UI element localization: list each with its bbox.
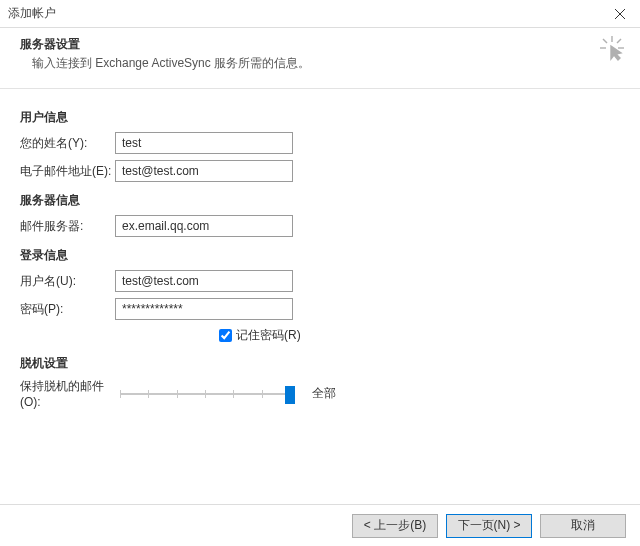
row-server: 邮件服务器: [20, 215, 620, 237]
slider-thumb[interactable] [285, 386, 295, 404]
footer: < 上一步(B) 下一页(N) > 取消 [0, 504, 640, 546]
row-email: 电子邮件地址(E): [20, 160, 620, 182]
username-input[interactable] [115, 270, 293, 292]
back-button[interactable]: < 上一步(B) [352, 514, 438, 538]
cursor-click-icon [598, 34, 626, 62]
row-offline-slider: 保持脱机的邮件(O): 全部 [20, 378, 620, 409]
remember-password-label: 记住密码(R) [236, 327, 301, 344]
header-title: 服务器设置 [20, 36, 620, 53]
name-input[interactable] [115, 132, 293, 154]
row-username: 用户名(U): [20, 270, 620, 292]
section-login-info: 登录信息 [20, 247, 620, 264]
password-label: 密码(P): [20, 301, 115, 318]
server-label: 邮件服务器: [20, 218, 115, 235]
name-label: 您的姓名(Y): [20, 135, 115, 152]
username-label: 用户名(U): [20, 273, 115, 290]
row-password: 密码(P): [20, 298, 620, 320]
close-button[interactable] [600, 0, 640, 28]
section-server-info: 服务器信息 [20, 192, 620, 209]
row-name: 您的姓名(Y): [20, 132, 620, 154]
slider-value-label: 全部 [312, 385, 336, 402]
close-icon [614, 8, 626, 20]
window-title: 添加帐户 [8, 5, 56, 22]
header: 服务器设置 输入连接到 Exchange ActiveSync 服务所需的信息。 [0, 28, 640, 84]
section-offline: 脱机设置 [20, 355, 620, 372]
row-remember: 记住密码(R) [215, 326, 620, 345]
content: 用户信息 您的姓名(Y): 电子邮件地址(E): 服务器信息 邮件服务器: 登录… [0, 89, 640, 409]
server-input[interactable] [115, 215, 293, 237]
email-label: 电子邮件地址(E): [20, 163, 115, 180]
svg-line-5 [603, 39, 607, 43]
password-input[interactable] [115, 298, 293, 320]
remember-password-checkbox[interactable] [219, 329, 232, 342]
section-user-info: 用户信息 [20, 109, 620, 126]
offline-slider[interactable] [120, 384, 290, 404]
slider-track-line [120, 393, 290, 395]
email-input[interactable] [115, 160, 293, 182]
header-subtitle: 输入连接到 Exchange ActiveSync 服务所需的信息。 [20, 55, 620, 72]
offline-label: 保持脱机的邮件(O): [20, 378, 120, 409]
next-button[interactable]: 下一页(N) > [446, 514, 532, 538]
titlebar: 添加帐户 [0, 0, 640, 28]
svg-line-6 [617, 39, 621, 43]
cancel-button[interactable]: 取消 [540, 514, 626, 538]
